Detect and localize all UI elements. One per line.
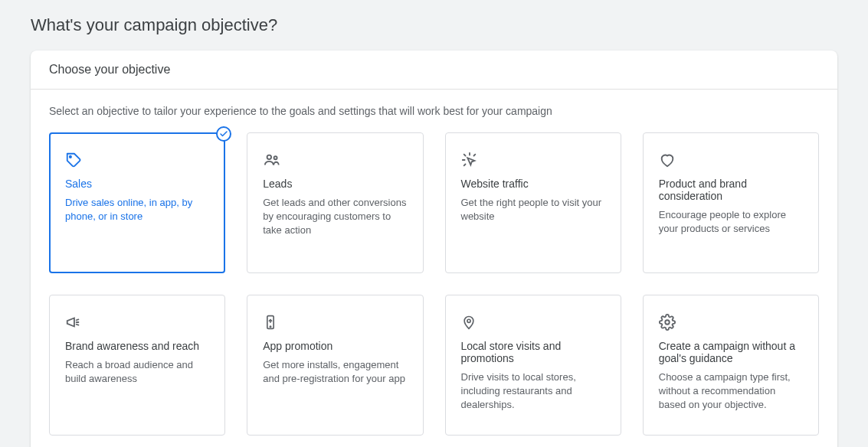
card-title: Product and brand consideration [659,178,803,202]
cursor-click-icon [461,148,605,171]
objective-card-leads[interactable]: Leads Get leads and other conversions by… [247,132,423,273]
tag-icon [65,148,209,171]
card-title: Brand awareness and reach [65,340,209,352]
help-text: Select an objective to tailor your exper… [49,105,819,117]
objective-card-no-goal[interactable]: Create a campaign without a goal's guida… [643,295,819,436]
map-pin-icon [461,311,605,334]
objective-card-brand-awareness[interactable]: Brand awareness and reach Reach a broad … [49,295,225,436]
svg-point-1 [267,155,272,160]
svg-point-0 [70,156,71,158]
card-title: Local store visits and promotions [461,340,605,364]
card-desc: Get leads and other conversions by encou… [263,196,407,238]
gear-icon [659,311,803,334]
svg-point-4 [270,326,271,327]
svg-point-5 [467,319,470,322]
card-desc: Choose a campaign type first, without a … [659,370,803,413]
people-icon [263,148,407,171]
card-desc: Drive sales online, in app, by phone, or… [65,196,209,224]
card-desc: Reach a broad audience and build awarene… [65,358,209,386]
heart-icon [659,148,803,171]
objective-card-local-store[interactable]: Local store visits and promotions Drive … [445,295,621,436]
card-title: Website traffic [461,178,605,190]
card-title: Create a campaign without a goal's guida… [659,340,803,364]
card-title: App promotion [263,340,407,352]
selected-check-icon [216,126,231,142]
objective-card-product-brand[interactable]: Product and brand consideration Encourag… [643,132,819,273]
panel-body: Select an objective to tailor your exper… [31,90,837,447]
card-title: Leads [263,178,407,190]
svg-point-2 [274,156,277,159]
panel-header: Choose your objective [31,51,837,90]
card-desc: Drive visits to local stores, including … [461,370,605,413]
objective-card-app-promotion[interactable]: App promotion Get more installs, engagem… [247,295,423,436]
page-title: What's your campaign objective? [31,15,837,35]
objective-card-sales[interactable]: Sales Drive sales online, in app, by pho… [49,132,225,273]
card-desc: Get more installs, engagement and pre-re… [263,358,407,386]
card-desc: Get the right people to visit your websi… [461,196,605,224]
card-desc: Encourage people to explore your product… [659,208,803,236]
objective-grid: Sales Drive sales online, in app, by pho… [49,132,819,436]
svg-point-6 [665,320,670,325]
objective-panel: Choose your objective Select an objectiv… [31,51,837,447]
objective-card-website-traffic[interactable]: Website traffic Get the right people to … [445,132,621,273]
smartphone-icon [263,311,407,334]
card-title: Sales [65,178,209,190]
megaphone-icon [65,311,209,334]
